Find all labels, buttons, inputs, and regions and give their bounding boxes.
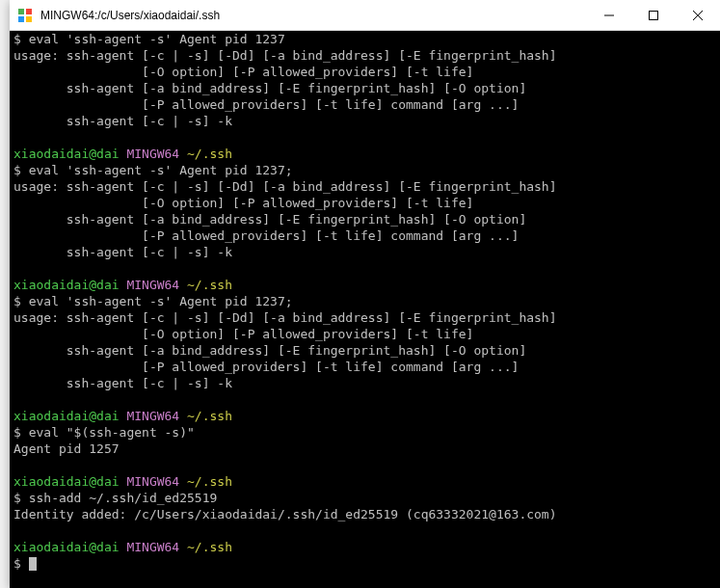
command-line: $ eval 'ssh-agent -s' Agent pid 1237; — [13, 162, 716, 178]
command-text: eval 'ssh-agent -s' Agent pid 1237; — [29, 163, 293, 177]
prompt-user: xiaodaidai@dai — [13, 540, 120, 554]
prompt-line: xiaodaidai@dai MINGW64 ~/.ssh — [13, 408, 716, 424]
command-text: eval 'ssh-agent -s' Agent pid 1237; — [29, 294, 293, 308]
command-text: ssh-add ~/.ssh/id_ed25519 — [29, 491, 218, 505]
prompt-user: xiaodaidai@dai — [13, 147, 120, 161]
prompt-env: MINGW64 — [126, 540, 179, 554]
cursor — [29, 557, 37, 571]
prompt-symbol: $ — [13, 32, 21, 46]
prompt-env: MINGW64 — [126, 474, 179, 489]
terminal-window: MINGW64:/c/Users/xiaodaidai/.ssh $ eval … — [10, 0, 720, 588]
output-line: [-O option] [-P allowed_providers] [-t l… — [13, 326, 716, 342]
prompt-user: xiaodaidai@dai — [13, 474, 120, 489]
output-line: usage: ssh-agent [-c | -s] [-Dd] [-a bin… — [13, 47, 716, 64]
svg-rect-3 — [26, 16, 32, 22]
maximize-button[interactable] — [631, 0, 676, 30]
output-line: ssh-agent [-c | -s] -k — [13, 244, 716, 260]
titlebar[interactable]: MINGW64:/c/Users/xiaodaidai/.ssh — [10, 0, 720, 31]
blank-line — [13, 391, 716, 408]
window-controls — [587, 0, 720, 30]
command-line: $ eval 'ssh-agent -s' Agent pid 1237 — [13, 31, 716, 47]
blank-line — [13, 129, 716, 146]
output-line: ssh-agent [-a bind_address] [-E fingerpr… — [13, 342, 716, 359]
prompt-symbol: $ — [13, 491, 21, 505]
output-line: [-P allowed_providers] [-t life] command… — [13, 96, 716, 113]
output-line: [-O option] [-P allowed_providers] [-t l… — [13, 64, 716, 80]
app-icon — [17, 8, 33, 23]
prompt-line: xiaodaidai@dai MINGW64 ~/.ssh — [13, 539, 716, 555]
prompt-symbol: $ — [13, 425, 21, 440]
prompt-line: xiaodaidai@dai MINGW64 ~/.ssh — [13, 473, 716, 490]
prompt-path: ~/.ssh — [187, 540, 232, 554]
prompt-symbol: $ — [13, 294, 21, 308]
blank-line — [13, 522, 716, 539]
prompt-path: ~/.ssh — [187, 278, 232, 292]
prompt-env: MINGW64 — [126, 409, 179, 423]
command-line: $ eval "$(ssh-agent -s)" — [13, 424, 716, 441]
command-line[interactable]: $ — [13, 555, 716, 572]
minimize-button[interactable] — [587, 0, 631, 30]
close-button[interactable] — [676, 0, 720, 30]
output-line: [-P allowed_providers] [-t life] command… — [13, 227, 716, 244]
output-line: Identity added: /c/Users/xiaodaidai/.ssh… — [13, 506, 716, 522]
prompt-symbol: $ — [13, 556, 21, 571]
prompt-line: xiaodaidai@dai MINGW64 ~/.ssh — [13, 146, 716, 162]
blank-line — [13, 260, 716, 277]
terminal-body[interactable]: $ eval 'ssh-agent -s' Agent pid 1237usag… — [10, 31, 720, 588]
prompt-user: xiaodaidai@dai — [13, 278, 120, 292]
svg-rect-0 — [18, 9, 24, 14]
output-line: [-P allowed_providers] [-t life] command… — [13, 359, 716, 375]
svg-rect-5 — [650, 11, 658, 19]
window-title: MINGW64:/c/Users/xiaodaidai/.ssh — [40, 9, 587, 22]
output-line: ssh-agent [-c | -s] -k — [13, 113, 716, 129]
prompt-path: ~/.ssh — [187, 474, 232, 489]
output-line: ssh-agent [-a bind_address] [-E fingerpr… — [13, 80, 716, 96]
prompt-user: xiaodaidai@dai — [13, 409, 120, 423]
prompt-path: ~/.ssh — [187, 409, 232, 423]
output-line: usage: ssh-agent [-c | -s] [-Dd] [-a bin… — [13, 178, 716, 195]
command-text: eval 'ssh-agent -s' Agent pid 1237 — [29, 32, 285, 46]
svg-rect-1 — [26, 9, 32, 14]
command-line: $ ssh-add ~/.ssh/id_ed25519 — [13, 490, 716, 506]
prompt-line: xiaodaidai@dai MINGW64 ~/.ssh — [13, 277, 716, 293]
prompt-symbol: $ — [13, 163, 21, 177]
prompt-env: MINGW64 — [126, 278, 179, 292]
output-line: ssh-agent [-a bind_address] [-E fingerpr… — [13, 211, 716, 227]
blank-line — [13, 457, 716, 473]
output-line: Agent pid 1257 — [13, 441, 716, 457]
command-text: eval "$(ssh-agent -s)" — [29, 425, 195, 440]
prompt-path: ~/.ssh — [187, 147, 232, 161]
output-line: ssh-agent [-c | -s] -k — [13, 375, 716, 391]
prompt-env: MINGW64 — [126, 147, 179, 161]
command-line: $ eval 'ssh-agent -s' Agent pid 1237; — [13, 293, 716, 309]
output-line: usage: ssh-agent [-c | -s] [-Dd] [-a bin… — [13, 309, 716, 326]
svg-rect-2 — [18, 16, 24, 22]
output-line: [-O option] [-P allowed_providers] [-t l… — [13, 195, 716, 211]
